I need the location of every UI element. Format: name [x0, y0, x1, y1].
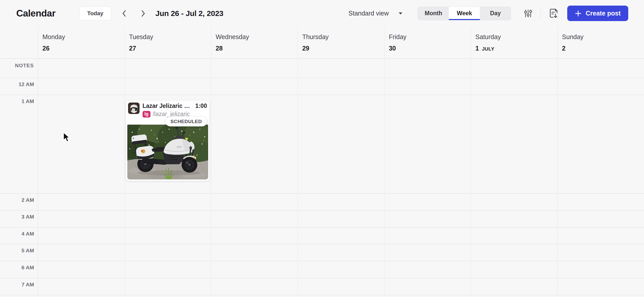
post-card[interactable]: Lazar Jelizaric Pod... 1:00 Ig /lazar_je…	[126, 100, 210, 181]
next-week-button[interactable]	[137, 8, 149, 19]
today-button[interactable]: Today	[79, 7, 111, 20]
day-number: 1	[476, 45, 479, 52]
day-name: Tuesday	[129, 33, 211, 41]
motorcycle-photo: CTX	[127, 125, 208, 179]
filter-button[interactable]	[524, 8, 532, 19]
time-label: 4 AM	[22, 227, 38, 244]
slot-tuesday-2am[interactable]	[125, 194, 211, 210]
slot-monday-3am[interactable]	[38, 210, 125, 227]
slot-monday-4am[interactable]	[38, 227, 125, 244]
slot-monday-7am[interactable]	[38, 278, 125, 295]
slot-friday-7am[interactable]	[384, 278, 471, 295]
slot-saturday-4am[interactable]	[471, 227, 558, 244]
post-title: Lazar Jelizaric Pod...	[143, 103, 193, 109]
time-label: 7 AM	[22, 278, 38, 295]
slot-friday-6am[interactable]	[384, 261, 471, 278]
slot-tuesday-3am[interactable]	[125, 210, 211, 227]
create-post-button[interactable]: Create post	[567, 6, 628, 21]
view-selector[interactable]: Standard view	[348, 10, 403, 17]
notes-cell-tuesday[interactable]	[125, 59, 211, 78]
day-header-saturday: Saturday 1JULY	[471, 27, 558, 58]
view-selector-label: Standard view	[348, 10, 389, 17]
slot-saturday-6am[interactable]	[471, 261, 558, 278]
slot-saturday-7am[interactable]	[471, 278, 558, 295]
slot-thursday-1am[interactable]	[298, 95, 384, 193]
day-header-row: Monday 26 Tuesday 27 Wednesday 28 Thursd…	[0, 27, 644, 58]
tab-week[interactable]: Week	[449, 7, 480, 20]
slot-monday-1am[interactable]	[38, 95, 125, 193]
slot-friday-2am[interactable]	[384, 194, 471, 210]
day-name: Sunday	[562, 33, 644, 41]
slot-sunday-6am[interactable]	[557, 261, 644, 278]
day-number: 26	[42, 45, 50, 52]
prev-week-button[interactable]	[118, 8, 130, 19]
slot-tuesday-7am[interactable]	[125, 278, 211, 295]
slot-thursday-12am[interactable]	[298, 78, 384, 95]
slot-friday-3am[interactable]	[384, 210, 471, 227]
hour-row-7am: 7 AM	[0, 278, 644, 295]
slot-saturday-5am[interactable]	[471, 244, 558, 261]
slot-thursday-4am[interactable]	[298, 227, 384, 244]
notes-cell-saturday[interactable]	[471, 59, 558, 78]
slot-sunday-12am[interactable]	[557, 78, 644, 95]
slot-tuesday-5am[interactable]	[125, 244, 211, 261]
slot-sunday-3am[interactable]	[557, 210, 644, 227]
slot-thursday-2am[interactable]	[298, 194, 384, 210]
time-label: 6 AM	[22, 261, 38, 278]
gutter-header	[0, 27, 38, 58]
slot-tuesday-4am[interactable]	[125, 227, 211, 244]
slot-monday-6am[interactable]	[38, 261, 125, 278]
notes-cell-wednesday[interactable]	[211, 59, 298, 78]
slot-wednesday-1am[interactable]	[211, 95, 298, 193]
notes-cell-sunday[interactable]	[557, 59, 644, 78]
time-label: 5 AM	[22, 244, 38, 261]
slot-tuesday-6am[interactable]	[125, 261, 211, 278]
slot-thursday-3am[interactable]	[298, 210, 384, 227]
slot-wednesday-3am[interactable]	[211, 210, 298, 227]
slot-wednesday-4am[interactable]	[211, 227, 298, 244]
notes-cell-monday[interactable]	[38, 59, 125, 78]
slot-thursday-7am[interactable]	[298, 278, 384, 295]
slot-monday-12am[interactable]	[38, 78, 125, 95]
slot-sunday-7am[interactable]	[557, 278, 644, 295]
slot-saturday-2am[interactable]	[471, 194, 558, 210]
slot-sunday-2am[interactable]	[557, 194, 644, 210]
slot-sunday-1am[interactable]	[557, 95, 644, 193]
slot-wednesday-7am[interactable]	[211, 278, 298, 295]
chevron-left-icon	[121, 10, 127, 17]
slot-friday-1am[interactable]	[384, 95, 471, 193]
instagram-badge-icon: Ig	[143, 111, 150, 118]
day-name: Wednesday	[216, 33, 298, 41]
slot-thursday-5am[interactable]	[298, 244, 384, 261]
slot-thursday-6am[interactable]	[298, 261, 384, 278]
notes-cell-friday[interactable]	[384, 59, 471, 78]
slot-saturday-12am[interactable]	[471, 78, 558, 95]
hour-row-2am: 2 AM	[0, 193, 644, 210]
slot-tuesday-1am[interactable]: Lazar Jelizaric Pod... 1:00 Ig /lazar_je…	[125, 95, 211, 193]
slot-wednesday-12am[interactable]	[211, 78, 298, 95]
plus-icon	[575, 10, 581, 17]
slot-wednesday-6am[interactable]	[211, 261, 298, 278]
slot-saturday-1am[interactable]	[471, 95, 558, 193]
toolbar-divider	[541, 8, 541, 19]
tab-day[interactable]: Day	[480, 7, 511, 20]
export-button[interactable]	[548, 8, 558, 19]
slot-sunday-4am[interactable]	[557, 227, 644, 244]
notes-cell-thursday[interactable]	[298, 59, 384, 78]
day-header-thursday: Thursday 29	[298, 27, 384, 58]
chevron-down-icon	[398, 12, 403, 15]
slot-saturday-3am[interactable]	[471, 210, 558, 227]
page-title: Calendar	[16, 8, 55, 19]
toolbar-right: Standard view Month Week Day	[348, 6, 628, 21]
slot-monday-2am[interactable]	[38, 194, 125, 210]
slot-friday-5am[interactable]	[384, 244, 471, 261]
slot-sunday-5am[interactable]	[557, 244, 644, 261]
slot-wednesday-2am[interactable]	[211, 194, 298, 210]
post-meta: Lazar Jelizaric Pod... 1:00 Ig /lazar_je…	[143, 103, 207, 118]
slot-tuesday-12am[interactable]	[125, 78, 211, 95]
slot-friday-4am[interactable]	[384, 227, 471, 244]
tab-month[interactable]: Month	[418, 7, 449, 20]
slot-monday-5am[interactable]	[38, 244, 125, 261]
slot-friday-12am[interactable]	[384, 78, 471, 95]
slot-wednesday-5am[interactable]	[211, 244, 298, 261]
